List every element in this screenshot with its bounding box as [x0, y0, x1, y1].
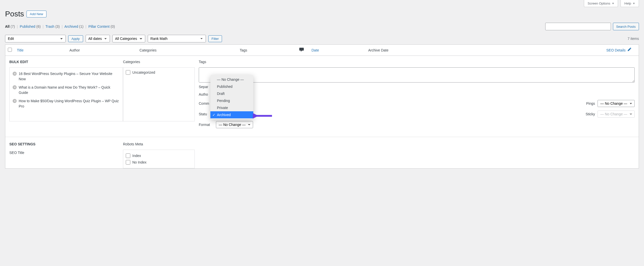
chevron-down-icon: ▼	[612, 2, 614, 5]
apply-button[interactable]: Apply	[68, 35, 83, 42]
help-label: Help	[624, 2, 631, 5]
format-select[interactable]: — No Change —	[216, 121, 253, 128]
seo-settings-heading: SEO SETTINGS	[9, 142, 123, 146]
col-seo-details[interactable]: SEO Details	[480, 45, 639, 56]
page-title: Posts	[5, 10, 24, 18]
col-title[interactable]: Title	[14, 45, 67, 56]
col-categories: Categories	[137, 45, 237, 56]
bulk-edit-heading: BULK EDIT	[9, 60, 123, 64]
category-checkbox[interactable]	[126, 70, 130, 75]
pings-select[interactable]: — No Change —	[598, 100, 635, 107]
screen-options-button[interactable]: Screen Options ▼	[584, 0, 618, 7]
filter-trash[interactable]: Trash	[45, 24, 54, 29]
status-option-archived[interactable]: Archived	[210, 111, 253, 118]
col-tags: Tags	[237, 45, 294, 56]
robots-checkbox[interactable]	[126, 153, 130, 158]
help-button[interactable]: Help ▼	[621, 0, 639, 7]
status-dropdown[interactable]: — No Change — Published Draft Pending Pr…	[210, 75, 253, 119]
category-option-uncategorized[interactable]: Uncategorized	[126, 70, 192, 75]
filter-pillar[interactable]: Pillar Content	[88, 24, 110, 29]
chevron-down-icon: ▼	[633, 2, 635, 5]
author-label: Autho	[199, 92, 208, 96]
filter-button[interactable]: Filter	[208, 35, 222, 42]
filter-published[interactable]: Published	[20, 24, 35, 29]
post-status-filters: All (7) | Published (6) | Trash (3) | Ar…	[5, 24, 115, 29]
robots-meta-box: Index No Index	[123, 150, 195, 168]
bulk-post-row: ✕ 16 Best WordPress Security Plugins – S…	[12, 70, 121, 83]
pencil-icon	[627, 48, 631, 52]
pings-label: Pings	[582, 101, 595, 105]
filter-archived[interactable]: Archived	[64, 24, 78, 29]
select-all-checkbox[interactable]	[8, 48, 12, 52]
format-label: Format	[199, 123, 213, 127]
bulk-categories-box: Uncategorized	[123, 67, 195, 121]
status-option-private[interactable]: Private	[210, 104, 253, 111]
seo-filter-select[interactable]: Rank Math	[148, 35, 206, 42]
filter-all[interactable]: All	[5, 24, 10, 29]
status-option-published[interactable]: Published	[210, 83, 253, 90]
robots-meta-heading: Robots Meta	[123, 142, 199, 146]
remove-post-icon[interactable]: ✕	[13, 72, 17, 76]
robots-option-no-index[interactable]: No Index	[126, 159, 192, 166]
comment-icon	[299, 48, 304, 52]
remove-post-icon[interactable]: ✕	[13, 85, 17, 89]
items-count: 7 items	[628, 37, 639, 41]
screen-options-label: Screen Options	[588, 2, 610, 5]
col-archive-date: Archive Date	[366, 45, 480, 56]
bulk-categories-heading: Categories	[123, 60, 199, 64]
sticky-select: — No Change —	[598, 111, 635, 118]
category-filter-select[interactable]: All Categories	[112, 35, 145, 42]
tags-textarea[interactable]	[199, 67, 635, 83]
add-new-button[interactable]: Add New	[27, 11, 46, 17]
robots-option-index[interactable]: Index	[126, 152, 192, 159]
status-option-no-change[interactable]: — No Change —	[210, 76, 253, 83]
search-posts-button[interactable]: Search Posts	[613, 23, 639, 30]
seo-title-label: SEO Title	[9, 151, 123, 155]
col-date[interactable]: Date	[309, 45, 366, 56]
col-author: Author	[67, 45, 137, 56]
bulk-post-row: ✕ How to Make $50/Day Using WordPress Qu…	[12, 97, 121, 111]
search-input[interactable]	[545, 23, 611, 30]
tags-separator-hint: Separ	[199, 85, 635, 89]
status-option-pending[interactable]: Pending	[210, 97, 253, 104]
robots-checkbox[interactable]	[126, 160, 130, 165]
bulk-edit-posts-box: ✕ 16 Best WordPress Security Plugins – S…	[9, 67, 123, 121]
col-comments	[294, 45, 309, 56]
status-option-draft[interactable]: Draft	[210, 90, 253, 97]
bulk-post-row: ✕ What is a Domain Name and How Do They …	[12, 83, 121, 97]
date-filter-select[interactable]: All dates	[86, 35, 110, 42]
bulk-tags-heading: Tags	[199, 60, 635, 64]
sticky-label: Sticky	[582, 112, 595, 116]
remove-post-icon[interactable]: ✕	[13, 99, 17, 103]
bulk-action-select[interactable]: Edit	[5, 35, 66, 42]
